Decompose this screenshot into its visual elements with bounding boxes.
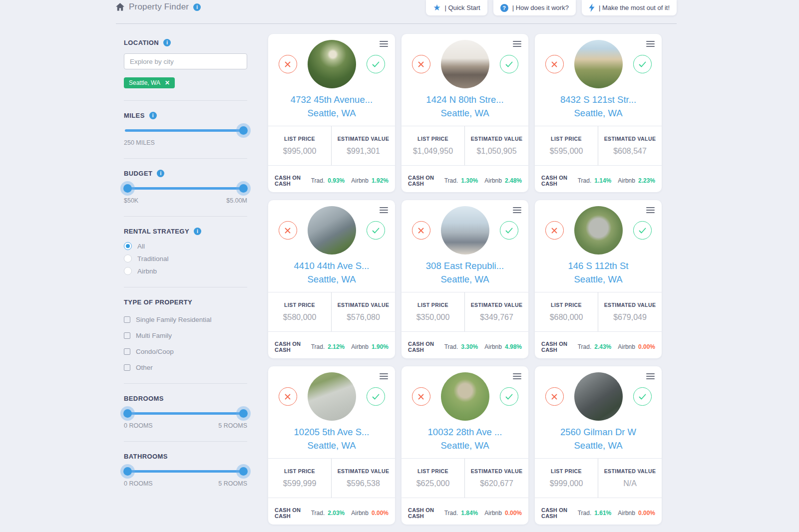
property-address-link[interactable]: 4732 45th Avenue... Seattle, WA bbox=[268, 93, 395, 120]
property-address-link[interactable]: 146 S 112th St Seattle, WA bbox=[535, 259, 662, 286]
reject-property-button[interactable] bbox=[545, 55, 564, 73]
radio-all-icon[interactable] bbox=[124, 242, 132, 250]
card-menu-icon[interactable] bbox=[513, 373, 521, 381]
card-menu-icon[interactable] bbox=[513, 207, 521, 215]
miles-info-icon[interactable]: i bbox=[149, 112, 157, 119]
bathrooms-slider-max-handle[interactable] bbox=[239, 467, 248, 476]
accept-property-button[interactable] bbox=[500, 221, 518, 240]
property-address-link[interactable]: 308 East Republi... Seattle, WA bbox=[401, 259, 528, 286]
property-photo[interactable] bbox=[308, 372, 356, 421]
property-city[interactable]: Seattle, WA bbox=[401, 439, 528, 452]
property-city[interactable]: Seattle, WA bbox=[268, 272, 395, 286]
property-address-link[interactable]: 4410 44th Ave S... Seattle, WA bbox=[268, 259, 395, 286]
reject-property-button[interactable] bbox=[545, 387, 564, 406]
rental-strategy-option-traditional[interactable]: Traditional bbox=[124, 255, 247, 263]
make-the-most-button[interactable]: | Make the most out of it! bbox=[582, 0, 677, 15]
reject-property-button[interactable] bbox=[412, 221, 430, 240]
miles-slider-track[interactable] bbox=[125, 129, 246, 132]
property-address[interactable]: 2560 Gilman Dr W bbox=[535, 425, 662, 439]
accept-property-button[interactable] bbox=[367, 387, 385, 406]
accept-property-button[interactable] bbox=[500, 387, 518, 406]
quick-start-button[interactable]: ★ | Quick Start bbox=[426, 0, 487, 15]
property-city[interactable]: Seattle, WA bbox=[535, 106, 662, 120]
reject-property-button[interactable] bbox=[279, 221, 297, 240]
rental-strategy-option-airbnb[interactable]: Airbnb bbox=[124, 267, 247, 275]
card-menu-icon[interactable] bbox=[380, 207, 388, 215]
remove-location-icon[interactable]: ✕ bbox=[165, 79, 170, 86]
accept-property-button[interactable] bbox=[633, 387, 652, 406]
rental-strategy-info-icon[interactable]: i bbox=[194, 228, 201, 235]
budget-slider-track[interactable] bbox=[125, 187, 246, 190]
bedrooms-slider-max-handle[interactable] bbox=[239, 409, 248, 418]
property-address[interactable]: 8432 S 121st Str... bbox=[535, 93, 662, 106]
checkbox-multi-family-icon[interactable] bbox=[124, 332, 130, 339]
city-search-input[interactable] bbox=[124, 53, 247, 69]
property-photo[interactable] bbox=[308, 206, 356, 255]
rental-strategy-option-all[interactable]: All bbox=[124, 242, 247, 250]
accept-property-button[interactable] bbox=[500, 55, 518, 73]
property-address[interactable]: 10032 28th Ave ... bbox=[401, 425, 528, 439]
property-address[interactable]: 1424 N 80th Stre... bbox=[401, 93, 528, 106]
reject-property-button[interactable] bbox=[412, 387, 430, 406]
property-type-other[interactable]: Other bbox=[124, 364, 247, 371]
budget-max-label: $5.00M bbox=[226, 197, 247, 204]
property-city[interactable]: Seattle, WA bbox=[535, 272, 662, 286]
property-photo[interactable] bbox=[574, 40, 623, 88]
bedrooms-slider-min-handle[interactable] bbox=[123, 409, 132, 418]
radio-traditional-icon[interactable] bbox=[124, 255, 132, 263]
location-tag[interactable]: Seattle, WA ✕ bbox=[124, 77, 175, 88]
property-address[interactable]: 4732 45th Avenue... bbox=[268, 93, 395, 106]
budget-slider-min-handle[interactable] bbox=[123, 184, 132, 193]
budget-info-icon[interactable]: i bbox=[157, 170, 164, 177]
property-address-link[interactable]: 8432 S 121st Str... Seattle, WA bbox=[535, 93, 662, 120]
reject-property-button[interactable] bbox=[545, 221, 564, 240]
property-address-link[interactable]: 1424 N 80th Stre... Seattle, WA bbox=[401, 93, 528, 120]
property-photo[interactable] bbox=[441, 206, 489, 255]
property-type-condo-coop[interactable]: Condo/Coop bbox=[124, 348, 247, 355]
reject-property-button[interactable] bbox=[412, 55, 430, 73]
reject-property-button[interactable] bbox=[279, 55, 297, 73]
property-address[interactable]: 146 S 112th St bbox=[535, 259, 662, 272]
accept-property-button[interactable] bbox=[367, 55, 385, 73]
property-address[interactable]: 4410 44th Ave S... bbox=[268, 259, 395, 272]
miles-slider-handle[interactable] bbox=[239, 126, 248, 135]
bathrooms-slider-track[interactable] bbox=[125, 470, 246, 473]
property-city[interactable]: Seattle, WA bbox=[268, 439, 395, 452]
card-menu-icon[interactable] bbox=[380, 373, 388, 381]
property-type-single-family[interactable]: Single Family Residential bbox=[124, 316, 247, 323]
card-menu-icon[interactable] bbox=[380, 41, 388, 48]
page-title-info-icon[interactable]: i bbox=[193, 3, 201, 11]
card-menu-icon[interactable] bbox=[513, 41, 521, 48]
property-city[interactable]: Seattle, WA bbox=[535, 439, 662, 452]
property-photo[interactable] bbox=[308, 40, 356, 88]
card-menu-icon[interactable] bbox=[646, 207, 655, 215]
property-address[interactable]: 308 East Republi... bbox=[401, 259, 528, 272]
property-photo[interactable] bbox=[574, 206, 623, 255]
how-does-it-work-button[interactable]: ? | How does it work? bbox=[493, 0, 576, 15]
budget-slider-max-handle[interactable] bbox=[239, 184, 248, 193]
property-address-link[interactable]: 10205 5th Ave S... Seattle, WA bbox=[268, 425, 395, 452]
card-menu-icon[interactable] bbox=[646, 373, 655, 381]
accept-property-button[interactable] bbox=[633, 221, 652, 240]
property-address-link[interactable]: 10032 28th Ave ... Seattle, WA bbox=[401, 425, 528, 452]
checkbox-condo-coop-icon[interactable] bbox=[124, 348, 130, 355]
bedrooms-slider-track[interactable] bbox=[125, 412, 246, 415]
bathrooms-slider-min-handle[interactable] bbox=[123, 467, 132, 476]
property-city[interactable]: Seattle, WA bbox=[401, 272, 528, 286]
checkbox-other-icon[interactable] bbox=[124, 364, 130, 371]
radio-airbnb-icon[interactable] bbox=[124, 267, 132, 275]
property-photo[interactable] bbox=[574, 372, 623, 421]
property-city[interactable]: Seattle, WA bbox=[268, 106, 395, 120]
accept-property-button[interactable] bbox=[633, 55, 652, 73]
property-address[interactable]: 10205 5th Ave S... bbox=[268, 425, 395, 439]
accept-property-button[interactable] bbox=[367, 221, 385, 240]
reject-property-button[interactable] bbox=[279, 387, 297, 406]
property-photo[interactable] bbox=[441, 372, 489, 421]
property-photo[interactable] bbox=[441, 40, 489, 88]
property-address-link[interactable]: 2560 Gilman Dr W Seattle, WA bbox=[535, 425, 662, 452]
location-info-icon[interactable]: i bbox=[163, 39, 171, 46]
property-city[interactable]: Seattle, WA bbox=[401, 106, 528, 120]
property-type-multi-family[interactable]: Multi Family bbox=[124, 332, 247, 339]
checkbox-single-family-icon[interactable] bbox=[124, 316, 130, 323]
card-menu-icon[interactable] bbox=[646, 41, 655, 48]
